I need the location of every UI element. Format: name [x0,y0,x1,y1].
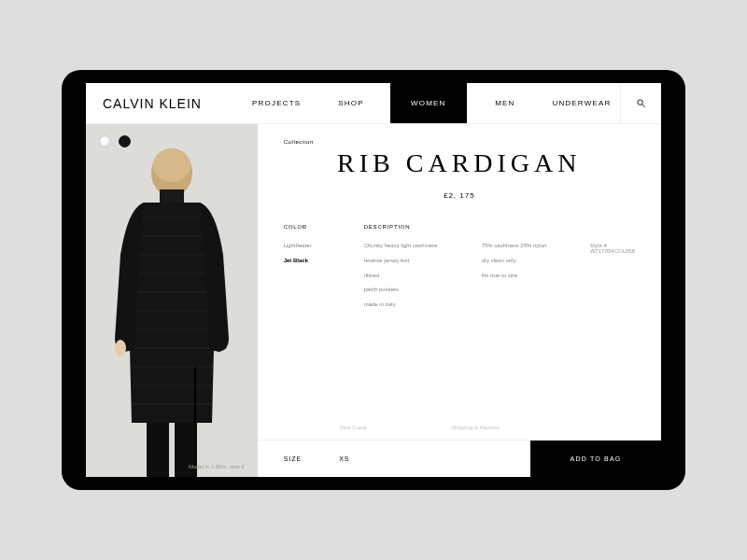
color-option-jet-black[interactable]: Jet Black [284,258,340,265]
size-value: XS [339,455,349,462]
desc-line: reverse jersey knit [364,258,458,265]
nav-tab-women[interactable]: WOMEN [390,83,467,123]
app-screen: CALVIN KLEIN PROJECTS SHOP WOMEN MEN UND… [86,83,661,477]
svg-point-3 [153,148,190,182]
care-heading [482,224,566,230]
body: ➤ Model is 1.80m, size 6 Collection RIB … [86,124,661,477]
header: CALVIN KLEIN PROJECTS SHOP WOMEN MEN UND… [86,83,661,124]
size-guide-link[interactable]: Size Guide [340,425,367,430]
color-heading: COLOR [284,224,340,230]
model-info: Model is 1.80m, size 6 [189,464,245,469]
color-column: COLOR Lightheater Jet Black [284,224,340,425]
style-heading [590,224,635,230]
care-line: 75% cashmere 25% nylon [482,243,566,250]
product-title: RIB CARDIGAN [258,148,661,178]
bottom-bar: SIZE XS ADD TO BAG [258,440,661,477]
description-column: DESCRIPTION Chunky heavy light cashmere … [364,224,458,425]
desc-line: ribbed [364,273,458,280]
nav-secondary: WOMEN MEN UNDERWEAR [390,83,620,123]
desc-line: Chunky heavy light cashmere [364,243,458,250]
size-label: SIZE [284,455,303,462]
svg-rect-6 [147,423,169,477]
tablet-frame: CALVIN KLEIN PROJECTS SHOP WOMEN MEN UND… [62,70,685,490]
svg-point-5 [115,340,126,357]
sub-links: Size Guide Shipping & Returns [258,425,661,440]
care-line: fits true to size [482,273,566,280]
product-details: Collection RIB CARDIGAN £2, 175 COLOR Li… [258,124,661,477]
shipping-returns-link[interactable]: Shipping & Returns [451,425,500,430]
product-gallery: ➤ Model is 1.80m, size 6 [86,124,258,477]
nav-projects[interactable]: PROJECTS [252,99,301,107]
svg-line-1 [642,105,645,107]
color-option-lightheater[interactable]: Lightheater [284,243,340,250]
details-grid: COLOR Lightheater Jet Black DESCRIPTION … [258,200,661,425]
search-button[interactable] [620,83,661,123]
style-column: Style # W71T054COL058 [590,224,635,425]
care-line: dry clean only [482,258,566,265]
nav-primary: PROJECTS SHOP [226,83,390,123]
style-number: Style # W71T054COL058 [590,243,635,254]
brand-logo[interactable]: CALVIN KLEIN [86,83,226,123]
nav-tab-men[interactable]: MEN [467,83,543,123]
desc-line: made in Italy [364,301,458,309]
nav-shop[interactable]: SHOP [338,99,363,107]
size-selector[interactable]: SIZE XS [258,441,530,477]
desc-line: patch pockets [364,287,458,294]
search-icon [636,98,646,108]
care-column: 75% cashmere 25% nylon dry clean only fi… [482,224,566,425]
add-to-bag-button[interactable]: ADD TO BAG [530,441,661,477]
title-block: RIB CARDIGAN £2, 175 [258,124,661,200]
product-image[interactable]: ➤ [86,124,258,477]
svg-point-0 [638,100,643,105]
model-illustration [92,143,251,477]
description-heading: DESCRIPTION [364,224,458,230]
product-price: £2, 175 [258,191,661,200]
nav-tab-underwear[interactable]: UNDERWEAR [543,83,620,123]
collection-label: Collection [284,139,314,145]
